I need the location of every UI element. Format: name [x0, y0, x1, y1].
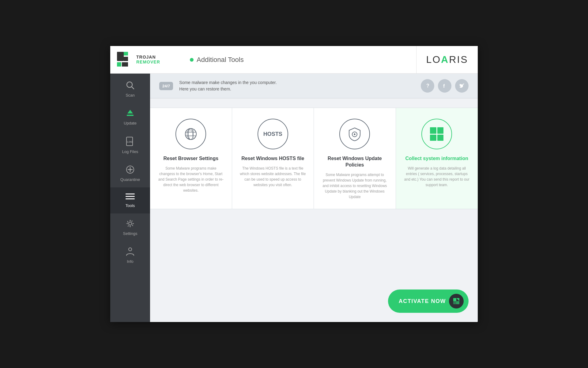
tools-area: Reset Browser Settings Some Malware prog…	[150, 98, 478, 322]
tool-title-browser: Reset Browser Settings	[163, 155, 218, 162]
sidebar-tools-label: Tools	[126, 203, 135, 208]
windows-grid-icon	[430, 127, 443, 141]
svg-marker-3	[124, 57, 128, 61]
svg-rect-8	[127, 115, 134, 116]
banner-line1: Some malware make changes in the you com…	[179, 79, 415, 86]
sidebar-quarantine-label: Quarantine	[120, 177, 140, 182]
tool-desc-system: Will generate a log data detailing all e…	[404, 166, 470, 188]
svg-point-22	[129, 248, 132, 251]
logo-text: TROJAN REMOVER	[136, 55, 160, 64]
sidebar-item-scan[interactable]: Scan	[110, 75, 150, 103]
sidebar-item-info[interactable]: Info	[110, 241, 150, 269]
svg-rect-34	[453, 301, 456, 304]
tool-title-update: Reset Windows Update Policies	[322, 155, 388, 168]
sidebar-settings-label: Settings	[123, 231, 138, 236]
hosts-text: HOSTS	[263, 131, 282, 137]
svg-marker-33	[456, 301, 459, 304]
logo-remover: REMOVER	[136, 60, 160, 64]
info-icon	[126, 247, 134, 257]
svg-rect-20	[126, 198, 129, 199]
sidebar-item-settings[interactable]: Settings	[110, 213, 150, 241]
svg-point-21	[129, 222, 132, 225]
sidebar-item-quarantine[interactable]: Quarantine	[110, 159, 150, 187]
svg-text:?: ?	[426, 83, 429, 88]
header-brand: LOARIS	[417, 54, 478, 65]
logo-area: TROJAN REMOVER	[110, 51, 181, 68]
svg-rect-19	[126, 196, 129, 197]
sidebar-item-update[interactable]: Update	[110, 103, 150, 131]
sidebar-update-label: Update	[124, 121, 137, 125]
svg-marker-2	[124, 52, 128, 56]
help-icon-btn[interactable]: ?	[421, 79, 434, 93]
sidebar-scan-label: Scan	[126, 93, 135, 98]
banner-line2: Here you can restore them.	[179, 86, 415, 92]
win-cell-4	[437, 135, 444, 141]
content-area: 24/7 Some malware make changes in the yo…	[150, 74, 478, 322]
win-cell-2	[437, 127, 444, 134]
activate-label: ACTIVATE NOW	[399, 298, 446, 305]
header-title: Additional Tools	[197, 56, 244, 64]
svg-rect-31	[453, 298, 456, 301]
svg-rect-1	[117, 52, 124, 56]
banner-icons: ? f	[421, 79, 469, 93]
win-cell-1	[430, 127, 436, 134]
twitter-icon-btn[interactable]	[455, 79, 469, 93]
activate-now-button[interactable]: ACTIVATE NOW	[388, 289, 469, 313]
quarantine-icon	[126, 165, 135, 175]
sidebar-info-label: Info	[127, 259, 134, 264]
tool-title-system: Collect system information	[405, 155, 468, 162]
header-dot	[190, 58, 194, 62]
tools-icon	[126, 193, 135, 201]
tool-desc-browser: Some Malware programs make changess to t…	[158, 166, 224, 193]
svg-marker-9	[127, 110, 133, 113]
svg-point-30	[354, 134, 356, 135]
header: TROJAN REMOVER Additional Tools LOARIS	[110, 46, 478, 74]
main-body: Scan Update LOG Log Fil	[110, 74, 478, 322]
sidebar-item-tools[interactable]: Tools	[110, 187, 150, 213]
svg-marker-5	[122, 62, 128, 67]
app-window: TROJAN REMOVER Additional Tools LOARIS	[110, 46, 478, 322]
tool-desc-hosts: The Windows HOSTS file is a text file wh…	[240, 166, 306, 188]
banner-text: Some malware make changes in the you com…	[179, 79, 415, 92]
scan-icon	[126, 81, 135, 91]
svg-text:LOG: LOG	[127, 140, 132, 143]
tool-card-reset-browser[interactable]: Reset Browser Settings Some Malware prog…	[150, 108, 232, 209]
facebook-icon-btn[interactable]: f	[438, 79, 451, 93]
sidebar-item-logfiles[interactable]: LOG Log Files	[110, 131, 150, 159]
windows-icon-circle	[421, 119, 452, 149]
settings-icon	[126, 219, 135, 229]
svg-marker-32	[456, 298, 459, 301]
tools-grid: Reset Browser Settings Some Malware prog…	[150, 108, 478, 209]
sidebar: Scan Update LOG Log Fil	[110, 74, 150, 322]
header-center: Additional Tools	[181, 56, 416, 64]
shield-icon-circle	[339, 119, 370, 149]
activate-badge-icon	[449, 294, 464, 309]
tool-card-reset-hosts[interactable]: HOSTS Reset Windows HOSTS file The Windo…	[232, 108, 314, 209]
svg-line-7	[132, 87, 134, 89]
tool-card-reset-update[interactable]: Reset Windows Update Policies Some Malwa…	[314, 108, 396, 209]
banner-badge: 24/7	[159, 82, 173, 90]
tool-desc-update: Some Malware programs attempt to prevent…	[322, 172, 388, 200]
logfiles-icon: LOG	[126, 136, 134, 148]
hosts-icon-circle: HOSTS	[258, 119, 288, 149]
tool-card-collect-system[interactable]: Collect system information Will generate…	[396, 108, 478, 209]
browser-icon-circle	[175, 119, 206, 149]
logo-icon	[116, 51, 133, 68]
sidebar-logfiles-label: Log Files	[122, 149, 138, 154]
svg-marker-4	[117, 62, 121, 67]
info-banner: 24/7 Some malware make changes in the yo…	[150, 74, 478, 98]
brand-loaris: LOARIS	[426, 54, 468, 65]
logo-trojan: TROJAN	[136, 55, 160, 59]
tool-title-hosts: Reset Windows HOSTS file	[241, 155, 304, 162]
svg-rect-18	[126, 194, 129, 194]
bottom-area: ACTIVATE NOW	[150, 218, 478, 322]
update-icon	[126, 109, 135, 119]
win-cell-3	[430, 135, 436, 141]
svg-text:f: f	[443, 83, 445, 89]
